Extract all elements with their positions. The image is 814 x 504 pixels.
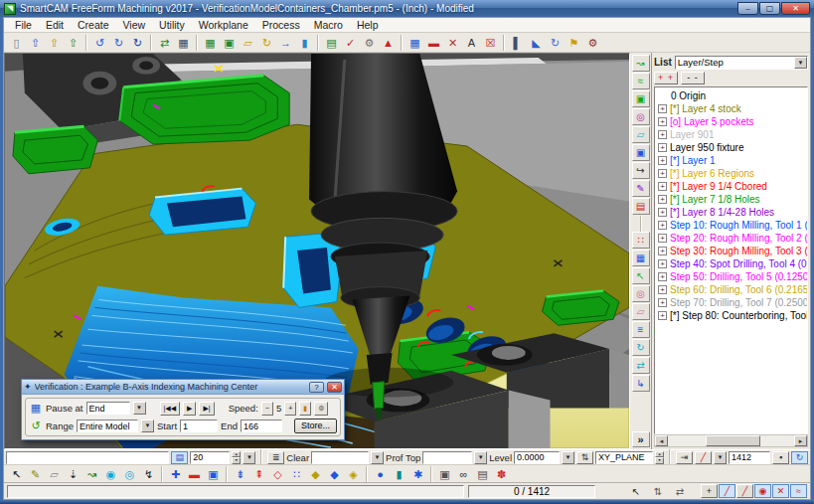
import-file-icon[interactable]: ⇧ [45,34,64,51]
expand-icon[interactable]: + [658,298,667,307]
clear-options-button[interactable]: ≣ [267,451,284,464]
list-type-combo[interactable]: Layer/Step ▼ [675,56,808,70]
filter-profile-icon[interactable]: ◈ [344,465,363,482]
filter-crossing-icon[interactable]: ◇ [268,465,287,482]
toolpath-icon[interactable]: ↝ [632,55,650,72]
curve-icon[interactable]: ≈ [632,73,650,89]
collapse-all-button[interactable]: - - [681,72,705,84]
plane-pick-icon[interactable]: ▱ [632,303,650,320]
workplane-icon[interactable]: ▱ [239,34,257,51]
expand-icon[interactable]: + [658,182,667,191]
select-sphere-icon[interactable]: ● [371,465,390,482]
new-file-icon[interactable]: ▯ [7,34,26,51]
layer-display-button[interactable]: ▤ [171,451,188,464]
tree-item[interactable]: +[*] Step 80: Counterboring, Tool 8 ( [658,309,807,322]
measure-icon[interactable]: ▌ [508,34,527,51]
select-remove-icon[interactable]: ▬ [185,465,204,482]
check-icon[interactable]: ✓ [341,34,360,51]
menu-workplane[interactable]: Workplane [192,19,255,31]
end-field[interactable]: 166 [241,420,282,432]
workplane-spinner[interactable]: ▴▾ [655,451,664,464]
filter-layer-icon[interactable]: ◆ [306,465,325,482]
annotate-icon[interactable]: A [462,34,481,51]
tree-item[interactable]: +[*] Layer 8 1/4-28 Holes [658,206,807,219]
select-plane-icon[interactable]: ▱ [45,465,64,482]
alert-icon[interactable]: ▲ [379,34,398,51]
reset-icon[interactable]: ↺ [29,420,43,432]
grid-toggle[interactable]: + [701,484,718,498]
grid-select-icon[interactable]: ▦ [632,250,650,266]
tree-item[interactable]: +[*] Layer 9 1/4 Cbored [658,180,807,193]
redo-icon[interactable]: ↻ [109,34,128,51]
menu-view[interactable]: View [116,19,153,31]
menu-help[interactable]: Help [350,19,386,31]
expand-icon[interactable]: + [658,156,667,165]
orbit-icon[interactable]: ⇄ [632,357,650,374]
list-dropdown-icon[interactable]: ▼ [794,57,807,69]
rotate-workplane-icon[interactable]: ↻ [257,34,276,51]
delete-icon[interactable]: ☒ [481,34,500,51]
select-add-icon[interactable]: ✚ [166,465,185,482]
hatch-icon[interactable]: ▤ [632,198,650,215]
menu-macro[interactable]: Macro [307,19,350,31]
refresh-colors-icon[interactable]: ✽ [492,465,511,482]
select-cursor-icon[interactable]: ↖ [7,465,26,482]
shell-icon[interactable]: ◣ [527,34,546,51]
table-icon[interactable]: ▦ [406,34,424,51]
dialog-close-button[interactable]: ✕ [327,382,342,393]
menu-file[interactable]: File [8,19,39,31]
expand-icon[interactable]: + [658,104,667,113]
view-refresh-button[interactable]: ↻ [791,451,808,464]
update-icon[interactable]: ↻ [128,34,147,51]
prof-top-field[interactable] [422,451,472,464]
near-snap-toggle[interactable]: ≈ [790,484,807,498]
layer-dropdown-icon[interactable]: ▼ [243,451,255,464]
tree-item[interactable]: +[*] Layer 6 Regions [658,167,807,180]
flip-plane-button[interactable]: ⇅ [576,451,593,464]
menu-utility[interactable]: Utility [152,19,192,31]
rewind-button[interactable]: |◀◀ [160,402,181,416]
intersect-snap-toggle[interactable]: ✕ [772,484,789,498]
remove-row-icon[interactable]: ▬ [424,34,443,51]
expand-icon[interactable]: + [658,117,667,126]
menu-create[interactable]: Create [71,19,116,31]
spin-down-icon[interactable]: ▾ [232,457,241,464]
properties-icon[interactable]: ⚙ [360,34,379,51]
expand-icon[interactable]: + [658,272,667,281]
menu-process[interactable]: Process [255,19,307,31]
play-button[interactable]: ▶ [183,402,196,416]
plane-icon[interactable]: ▱ [632,126,650,143]
step-button[interactable]: ▶| [199,402,214,416]
layer-spinner[interactable]: ▴▾ [232,451,241,464]
expand-icon[interactable]: + [658,311,667,320]
filter-group-icon[interactable]: ∷ [287,465,306,482]
expand-icon[interactable]: + [658,285,667,294]
leftright-icon[interactable]: ⇄ [673,486,687,497]
pick-icon[interactable]: ↖ [632,267,650,284]
tree-item[interactable]: +[*] Layer 1 [658,154,807,167]
viewport[interactable]: ✦ Verification : Example B-Axis Indexing… [4,53,630,449]
speed-minus-button[interactable]: − [261,402,273,416]
swirl-icon[interactable]: ↻ [546,34,565,51]
zoom-window-icon[interactable]: ▣ [435,465,454,482]
scroll-thumb[interactable] [706,435,760,446]
tree-item[interactable]: +Step 40: Spot Drilling, Tool 4 (0.250 [658,257,807,270]
range-dropdown-icon[interactable]: ▼ [141,420,154,432]
select-redirect-icon[interactable]: ↯ [139,465,158,482]
minimize-button[interactable]: – [737,2,758,15]
more-tools-button[interactable]: » [632,431,650,447]
scroll-left-icon[interactable]: ◂ [655,435,668,446]
start-field[interactable]: 1 [180,420,218,432]
filter-step-icon[interactable]: ◆ [325,465,344,482]
select-chain-icon[interactable]: ↝ [82,465,101,482]
tree-item[interactable]: 0 Origin [658,89,807,102]
save-file-icon[interactable]: ⇧ [64,34,82,51]
tree-item[interactable]: +[o] Layer 5 pockets [658,115,807,128]
cursor-icon[interactable]: ↖ [629,486,643,497]
move-icon[interactable]: → [276,34,295,51]
container-icon[interactable]: ▣ [220,34,239,51]
pause-at-dropdown-icon[interactable]: ▼ [133,402,146,415]
flag-icon[interactable]: ⚑ [565,34,583,51]
rotate-view-icon[interactable]: ↻ [632,339,650,356]
active-layer-field[interactable]: 20 [190,451,230,464]
